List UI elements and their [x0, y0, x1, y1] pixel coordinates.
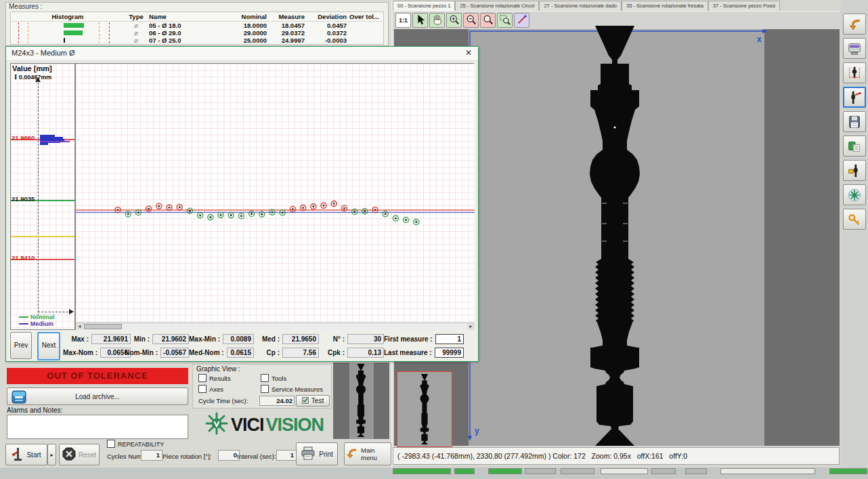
checkbox-results[interactable]: Results [198, 374, 231, 382]
part-preview-thumbnail[interactable] [333, 362, 389, 439]
deviation-cell: 0.0457 [306, 22, 348, 29]
measure-program-button[interactable] [843, 62, 866, 83]
plot-hscrollbar[interactable]: ◄ ► [76, 322, 475, 330]
data-point [146, 206, 152, 211]
alarms-notes-input[interactable] [7, 415, 188, 439]
axis-arrow-up-icon [35, 77, 41, 82]
column-header: Name [148, 13, 229, 20]
legend-nominal: Nominal [19, 314, 55, 320]
measurement-plot[interactable] [76, 64, 475, 322]
chart-container: Value [mm] I 0.00467mm 21.9660 21.9035 2… [10, 63, 474, 330]
zoom-out-tool-button[interactable] [463, 13, 479, 28]
column-header: Over tol... [348, 13, 379, 20]
magnifier-icon [482, 14, 494, 26]
export-files-icon [847, 139, 862, 154]
load-archive-button[interactable]: Load archive... [7, 388, 188, 405]
vici-info-button[interactable] [843, 184, 866, 205]
data-point [249, 211, 255, 216]
screen: Measures : HistogramTypeNameNominalMeasu… [0, 0, 868, 479]
medium-marker-line [40, 141, 70, 142]
taskbar-item[interactable] [393, 468, 451, 474]
table-row[interactable]: ⌀07 - Ø 25.025.000024.9997-0.0003 [11, 37, 383, 44]
stat-field: 0.0615 [227, 348, 254, 358]
main-menu-button[interactable]: Main menu [344, 442, 391, 465]
taskbar-item[interactable] [454, 468, 475, 474]
save-button[interactable] [843, 111, 866, 132]
archive-icon [12, 390, 28, 404]
column-header: Deviation [306, 13, 348, 20]
dialog-titlebar[interactable]: M24x3 - Medium Ø ✕ [6, 47, 478, 61]
scroll-left-icon[interactable]: ◄ [76, 323, 83, 330]
data-point [177, 205, 182, 210]
measure-line-tool-button[interactable] [514, 13, 529, 28]
checkbox-axes[interactable]: Axes [198, 385, 223, 393]
checkbox-tools[interactable]: Tools [261, 374, 286, 382]
stat-label: Nom-Min : [125, 349, 160, 356]
next-button[interactable]: Next [37, 332, 60, 360]
stat-field: -0.0567 [160, 348, 189, 358]
repeatability-checkbox[interactable]: REPEATABILITY [107, 440, 164, 448]
zoom-1-1-button[interactable]: 1:1 [395, 13, 411, 28]
taskbar-item[interactable] [561, 468, 594, 474]
scroll-right-icon[interactable]: ► [467, 323, 475, 330]
tools-setup-button[interactable] [843, 160, 866, 181]
select-tool-button[interactable] [412, 13, 428, 28]
column-header: Nominal [229, 13, 268, 20]
taskbar-item[interactable] [601, 468, 648, 474]
stats-row2: Max-Nom :0.0656Nom-Min :-0.0567Med-Nom :… [63, 347, 464, 358]
taskbar-item[interactable] [720, 468, 815, 474]
stat-field: 0.13 [347, 348, 384, 358]
start-dropdown-button[interactable]: ▸ [47, 444, 56, 465]
start-measure-button[interactable] [843, 87, 866, 108]
reset-x-icon [62, 447, 76, 462]
measures-table[interactable]: HistogramTypeNameNominalMeasureDeviation… [10, 12, 384, 45]
axis-arrow-right-icon [69, 309, 74, 314]
access-key-button[interactable] [843, 209, 866, 230]
taskbar-item[interactable] [685, 468, 707, 474]
measures-panel: Measures : HistogramTypeNameNominalMeasu… [5, 2, 389, 46]
export-results-button[interactable] [843, 136, 866, 157]
start-button[interactable]: Start [5, 444, 47, 465]
logo-vici-text: VICI [231, 415, 264, 436]
stat-input[interactable]: 1 [435, 334, 464, 344]
nominal-cell: 18.0000 [229, 22, 268, 29]
test-button[interactable]: Test [296, 395, 330, 407]
stat-input[interactable]: 99999 [435, 348, 464, 358]
pan-tool-button[interactable] [429, 13, 445, 28]
scan-tab[interactable]: 27 - Scansione rotazionale dado [539, 1, 622, 11]
scan-tab[interactable]: 25 - Scansione rotazionale Circol [455, 1, 539, 11]
type-cell: ⌀ [125, 37, 148, 44]
taskbar-item[interactable] [829, 468, 867, 474]
vici-snowflake-icon [204, 411, 229, 438]
interval-field[interactable]: 1 [276, 450, 297, 461]
histogram-cell [11, 29, 125, 37]
prev-button[interactable]: Prev [10, 332, 32, 359]
scan-tab[interactable]: 37 - Scansione pezzo Posiz [708, 1, 781, 11]
taskbar-item[interactable] [488, 468, 522, 474]
scan-zoom-thumbnail[interactable] [397, 371, 452, 447]
reset-button[interactable]: Reset [59, 444, 100, 465]
histogram-bar [64, 38, 65, 43]
taskbar-item[interactable] [525, 468, 556, 474]
axis-title: Value [mm] [12, 64, 52, 72]
zoom-in-tool-button[interactable] [446, 13, 462, 28]
main-menu-nav-button[interactable] [843, 14, 866, 35]
scan-tab[interactable]: 35 - Scansione rotazionale fresata [622, 1, 708, 11]
results-monitor-button[interactable] [843, 38, 866, 59]
checkbox-service-measures[interactable]: Service Measures [261, 385, 323, 393]
print-button[interactable]: Print [296, 442, 338, 465]
floppy-save-icon [847, 114, 862, 129]
table-row[interactable]: ⌀06 - Ø 29.029.000029.03720.0372 [11, 29, 383, 37]
taskbar-item[interactable] [651, 468, 676, 474]
data-point [228, 213, 234, 218]
zoom-window-tool-button[interactable] [497, 13, 513, 28]
stat-label: First measure : [384, 335, 435, 343]
cycles-num-label: Cycles Num: [107, 453, 144, 460]
hand-icon [431, 14, 443, 26]
scrollbar-thumb[interactable] [84, 324, 122, 329]
zoom-previous-tool-button[interactable] [480, 13, 496, 28]
table-row[interactable]: ⌀05 - Ø 18.018.000018.04570.0457 [11, 22, 383, 29]
close-icon[interactable]: ✕ [463, 48, 474, 58]
cycles-num-field[interactable]: 1 [141, 450, 162, 461]
scan-tab[interactable]: 00 - Scansione pezzo 1 [393, 1, 455, 11]
